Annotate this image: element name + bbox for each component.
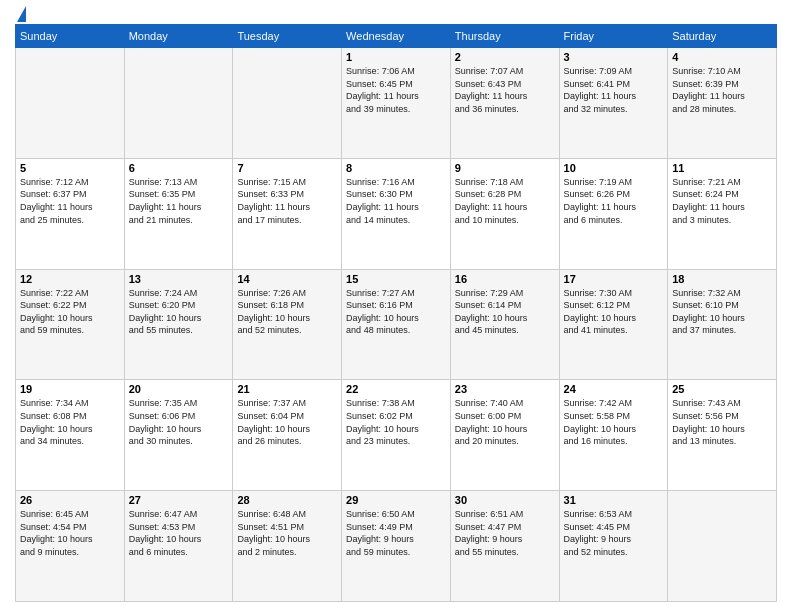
day-info: Sunrise: 7:34 AM Sunset: 6:08 PM Dayligh… <box>20 397 120 447</box>
day-info: Sunrise: 7:37 AM Sunset: 6:04 PM Dayligh… <box>237 397 337 447</box>
day-info: Sunrise: 7:26 AM Sunset: 6:18 PM Dayligh… <box>237 287 337 337</box>
day-number: 26 <box>20 494 120 506</box>
day-info: Sunrise: 7:43 AM Sunset: 5:56 PM Dayligh… <box>672 397 772 447</box>
header <box>15 10 777 18</box>
day-number: 19 <box>20 383 120 395</box>
calendar-day-cell: 6Sunrise: 7:13 AM Sunset: 6:35 PM Daylig… <box>124 158 233 269</box>
day-number: 27 <box>129 494 229 506</box>
calendar-day-cell: 30Sunrise: 6:51 AM Sunset: 4:47 PM Dayli… <box>450 491 559 602</box>
day-info: Sunrise: 7:38 AM Sunset: 6:02 PM Dayligh… <box>346 397 446 447</box>
day-number: 24 <box>564 383 664 395</box>
weekday-header-thursday: Thursday <box>450 25 559 48</box>
day-number: 29 <box>346 494 446 506</box>
calendar-day-cell: 8Sunrise: 7:16 AM Sunset: 6:30 PM Daylig… <box>342 158 451 269</box>
calendar-day-cell: 13Sunrise: 7:24 AM Sunset: 6:20 PM Dayli… <box>124 269 233 380</box>
day-number: 3 <box>564 51 664 63</box>
calendar-day-cell: 11Sunrise: 7:21 AM Sunset: 6:24 PM Dayli… <box>668 158 777 269</box>
day-info: Sunrise: 7:22 AM Sunset: 6:22 PM Dayligh… <box>20 287 120 337</box>
calendar-day-cell: 27Sunrise: 6:47 AM Sunset: 4:53 PM Dayli… <box>124 491 233 602</box>
day-number: 18 <box>672 273 772 285</box>
calendar-day-cell: 29Sunrise: 6:50 AM Sunset: 4:49 PM Dayli… <box>342 491 451 602</box>
day-number: 17 <box>564 273 664 285</box>
day-info: Sunrise: 6:45 AM Sunset: 4:54 PM Dayligh… <box>20 508 120 558</box>
day-number: 1 <box>346 51 446 63</box>
calendar-day-cell: 15Sunrise: 7:27 AM Sunset: 6:16 PM Dayli… <box>342 269 451 380</box>
day-info: Sunrise: 7:32 AM Sunset: 6:10 PM Dayligh… <box>672 287 772 337</box>
weekday-header-sunday: Sunday <box>16 25 125 48</box>
day-info: Sunrise: 7:30 AM Sunset: 6:12 PM Dayligh… <box>564 287 664 337</box>
calendar-day-cell: 2Sunrise: 7:07 AM Sunset: 6:43 PM Daylig… <box>450 48 559 159</box>
day-info: Sunrise: 7:42 AM Sunset: 5:58 PM Dayligh… <box>564 397 664 447</box>
calendar-day-cell: 22Sunrise: 7:38 AM Sunset: 6:02 PM Dayli… <box>342 380 451 491</box>
logo <box>15 10 26 18</box>
calendar-day-cell: 14Sunrise: 7:26 AM Sunset: 6:18 PM Dayli… <box>233 269 342 380</box>
calendar-week-row: 1Sunrise: 7:06 AM Sunset: 6:45 PM Daylig… <box>16 48 777 159</box>
day-number: 22 <box>346 383 446 395</box>
calendar-day-cell: 20Sunrise: 7:35 AM Sunset: 6:06 PM Dayli… <box>124 380 233 491</box>
weekday-header-wednesday: Wednesday <box>342 25 451 48</box>
day-number: 28 <box>237 494 337 506</box>
calendar-week-row: 26Sunrise: 6:45 AM Sunset: 4:54 PM Dayli… <box>16 491 777 602</box>
day-number: 2 <box>455 51 555 63</box>
calendar-day-cell: 7Sunrise: 7:15 AM Sunset: 6:33 PM Daylig… <box>233 158 342 269</box>
day-info: Sunrise: 6:53 AM Sunset: 4:45 PM Dayligh… <box>564 508 664 558</box>
calendar-day-cell: 23Sunrise: 7:40 AM Sunset: 6:00 PM Dayli… <box>450 380 559 491</box>
day-number: 4 <box>672 51 772 63</box>
calendar-day-cell: 10Sunrise: 7:19 AM Sunset: 6:26 PM Dayli… <box>559 158 668 269</box>
day-info: Sunrise: 6:48 AM Sunset: 4:51 PM Dayligh… <box>237 508 337 558</box>
day-info: Sunrise: 7:35 AM Sunset: 6:06 PM Dayligh… <box>129 397 229 447</box>
calendar-day-cell: 12Sunrise: 7:22 AM Sunset: 6:22 PM Dayli… <box>16 269 125 380</box>
day-number: 31 <box>564 494 664 506</box>
weekday-header-tuesday: Tuesday <box>233 25 342 48</box>
day-number: 11 <box>672 162 772 174</box>
day-number: 14 <box>237 273 337 285</box>
day-info: Sunrise: 7:09 AM Sunset: 6:41 PM Dayligh… <box>564 65 664 115</box>
day-number: 6 <box>129 162 229 174</box>
day-number: 9 <box>455 162 555 174</box>
day-info: Sunrise: 7:29 AM Sunset: 6:14 PM Dayligh… <box>455 287 555 337</box>
day-info: Sunrise: 7:13 AM Sunset: 6:35 PM Dayligh… <box>129 176 229 226</box>
day-info: Sunrise: 7:15 AM Sunset: 6:33 PM Dayligh… <box>237 176 337 226</box>
day-info: Sunrise: 7:10 AM Sunset: 6:39 PM Dayligh… <box>672 65 772 115</box>
calendar-day-cell: 5Sunrise: 7:12 AM Sunset: 6:37 PM Daylig… <box>16 158 125 269</box>
calendar-day-cell: 9Sunrise: 7:18 AM Sunset: 6:28 PM Daylig… <box>450 158 559 269</box>
day-info: Sunrise: 7:19 AM Sunset: 6:26 PM Dayligh… <box>564 176 664 226</box>
logo-triangle-icon <box>17 6 26 22</box>
calendar-week-row: 12Sunrise: 7:22 AM Sunset: 6:22 PM Dayli… <box>16 269 777 380</box>
calendar-day-cell: 18Sunrise: 7:32 AM Sunset: 6:10 PM Dayli… <box>668 269 777 380</box>
weekday-header-row: SundayMondayTuesdayWednesdayThursdayFrid… <box>16 25 777 48</box>
calendar-day-cell: 3Sunrise: 7:09 AM Sunset: 6:41 PM Daylig… <box>559 48 668 159</box>
day-number: 7 <box>237 162 337 174</box>
calendar-day-cell: 28Sunrise: 6:48 AM Sunset: 4:51 PM Dayli… <box>233 491 342 602</box>
calendar-day-cell <box>233 48 342 159</box>
calendar-day-cell <box>16 48 125 159</box>
calendar-day-cell: 31Sunrise: 6:53 AM Sunset: 4:45 PM Dayli… <box>559 491 668 602</box>
calendar-day-cell: 24Sunrise: 7:42 AM Sunset: 5:58 PM Dayli… <box>559 380 668 491</box>
day-number: 23 <box>455 383 555 395</box>
day-info: Sunrise: 7:16 AM Sunset: 6:30 PM Dayligh… <box>346 176 446 226</box>
weekday-header-monday: Monday <box>124 25 233 48</box>
day-number: 13 <box>129 273 229 285</box>
calendar-day-cell: 4Sunrise: 7:10 AM Sunset: 6:39 PM Daylig… <box>668 48 777 159</box>
page: SundayMondayTuesdayWednesdayThursdayFrid… <box>0 0 792 612</box>
calendar-day-cell <box>124 48 233 159</box>
day-number: 21 <box>237 383 337 395</box>
day-info: Sunrise: 7:27 AM Sunset: 6:16 PM Dayligh… <box>346 287 446 337</box>
calendar-day-cell: 17Sunrise: 7:30 AM Sunset: 6:12 PM Dayli… <box>559 269 668 380</box>
day-number: 25 <box>672 383 772 395</box>
calendar-day-cell: 19Sunrise: 7:34 AM Sunset: 6:08 PM Dayli… <box>16 380 125 491</box>
day-info: Sunrise: 6:50 AM Sunset: 4:49 PM Dayligh… <box>346 508 446 558</box>
day-number: 5 <box>20 162 120 174</box>
day-info: Sunrise: 7:40 AM Sunset: 6:00 PM Dayligh… <box>455 397 555 447</box>
weekday-header-saturday: Saturday <box>668 25 777 48</box>
day-info: Sunrise: 7:24 AM Sunset: 6:20 PM Dayligh… <box>129 287 229 337</box>
weekday-header-friday: Friday <box>559 25 668 48</box>
calendar-table: SundayMondayTuesdayWednesdayThursdayFrid… <box>15 24 777 602</box>
day-number: 12 <box>20 273 120 285</box>
day-number: 8 <box>346 162 446 174</box>
day-info: Sunrise: 7:07 AM Sunset: 6:43 PM Dayligh… <box>455 65 555 115</box>
day-number: 15 <box>346 273 446 285</box>
day-info: Sunrise: 7:18 AM Sunset: 6:28 PM Dayligh… <box>455 176 555 226</box>
day-info: Sunrise: 7:21 AM Sunset: 6:24 PM Dayligh… <box>672 176 772 226</box>
calendar-day-cell: 1Sunrise: 7:06 AM Sunset: 6:45 PM Daylig… <box>342 48 451 159</box>
